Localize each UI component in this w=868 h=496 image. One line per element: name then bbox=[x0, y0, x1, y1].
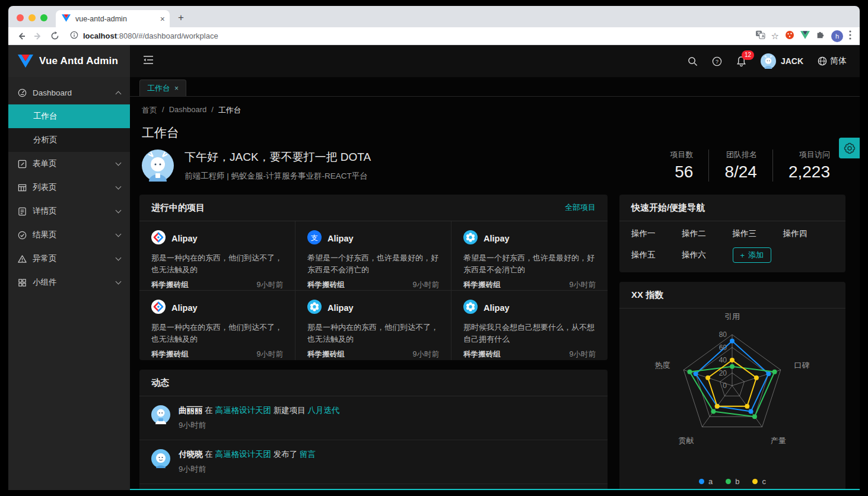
appstore-icon bbox=[18, 278, 27, 287]
project-card[interactable]: Alipay那时候我只会想自己想要什么，从不想自己拥有什么科学搬砖组9小时前 bbox=[452, 291, 608, 360]
antd-logo-icon bbox=[151, 230, 166, 247]
activity-avatar bbox=[151, 449, 170, 475]
back-icon[interactable] bbox=[14, 29, 28, 43]
bookmark-star-icon[interactable]: ☆ bbox=[771, 31, 779, 42]
maximize-window-button[interactable] bbox=[40, 14, 47, 21]
svg-text:80: 80 bbox=[719, 330, 727, 339]
activity-group-link[interactable]: 高逼格设计天团 bbox=[215, 450, 272, 459]
activity-group-link[interactable]: 高逼格设计天团 bbox=[215, 406, 272, 415]
project-desc: 那是一种内在的东西，他们到达不了，也无法触及的 bbox=[151, 252, 283, 276]
sidebar-item-widgets[interactable]: 小组件 bbox=[8, 271, 130, 294]
project-group-link[interactable]: 科学搬砖组 bbox=[463, 349, 501, 360]
project-desc: 那是一种内在的东西，他们到达不了，也无法触及的 bbox=[151, 322, 283, 345]
extensions-puzzle-icon[interactable] bbox=[816, 30, 825, 42]
project-group-link[interactable]: 科学搬砖组 bbox=[151, 280, 189, 290]
notifications-bell-icon[interactable]: 12 bbox=[736, 56, 746, 66]
svg-text:0: 0 bbox=[723, 381, 727, 390]
activity-target-link[interactable]: 八月迭代 bbox=[308, 406, 340, 415]
quicknav-link[interactable]: 操作三 bbox=[733, 228, 783, 239]
page-tab-close-icon[interactable]: × bbox=[174, 84, 179, 93]
quicknav-link[interactable]: 操作四 bbox=[783, 228, 834, 239]
browser-toolbar: localhost:8080/#/dashboard/workplace ☆ h bbox=[8, 27, 860, 45]
reload-icon[interactable] bbox=[47, 29, 62, 43]
activity-target-link[interactable]: 留言 bbox=[300, 450, 316, 459]
radar-chart: 020406080引用口碑产量贡献热度 abc bbox=[619, 309, 845, 490]
url-host: localhost bbox=[83, 31, 117, 40]
sidebar-item-details[interactable]: 详情页 bbox=[8, 199, 130, 223]
vue-devtools-icon[interactable] bbox=[800, 31, 810, 42]
sidebar-item-dashboard[interactable]: Dashboard bbox=[8, 81, 130, 104]
project-name[interactable]: Alipay bbox=[328, 234, 354, 243]
project-name[interactable]: Alipay bbox=[484, 303, 510, 313]
sidebar-item-forms[interactable]: 表单页 bbox=[8, 152, 130, 176]
browser-profile-avatar[interactable]: h bbox=[831, 30, 843, 42]
project-name[interactable]: Alipay bbox=[171, 234, 198, 243]
welcome-block: 下午好，JACK，要不要打一把 DOTA 前端工程师 | 蚂蚁金服-计算服务事业… bbox=[130, 141, 860, 195]
activity-user[interactable]: 曲丽丽 bbox=[179, 406, 203, 415]
sidebar-item-analysis[interactable]: 分析页 bbox=[8, 128, 130, 152]
app-logo[interactable]: Vue Antd Admin bbox=[8, 45, 130, 77]
translate-icon[interactable] bbox=[755, 30, 765, 42]
project-card[interactable]: Alipay那是一种内在的东西，他们到达不了，也无法触及的科学搬砖组9小时前 bbox=[139, 291, 295, 360]
profile-icon bbox=[18, 207, 27, 216]
url-path: :8080/#/dashboard/workplace bbox=[117, 31, 218, 40]
breadcrumb: 首页 / Dashboard / 工作台 bbox=[130, 97, 860, 116]
antd-logo-icon bbox=[151, 300, 166, 316]
quicknav-links: 操作一 操作二 操作三 操作四 操作五 操作六 +添加 bbox=[619, 221, 845, 272]
add-button[interactable]: +添加 bbox=[733, 247, 772, 263]
project-card[interactable]: 支Alipay希望是一个好东西，也许是最好的，好东西是不会消亡的科学搬砖组9小时… bbox=[295, 221, 452, 291]
project-time: 9小时前 bbox=[257, 349, 283, 360]
legend-item-c[interactable]: c bbox=[752, 477, 766, 486]
sidebar-item-workplace[interactable]: 工作台 bbox=[8, 104, 130, 128]
project-group-link[interactable]: 科学搬砖组 bbox=[307, 280, 345, 290]
legend-item-a[interactable]: a bbox=[699, 477, 713, 486]
quicknav-link[interactable]: 操作五 bbox=[631, 250, 682, 260]
legend-item-b[interactable]: b bbox=[726, 477, 739, 486]
minimize-window-button[interactable] bbox=[28, 14, 36, 21]
new-tab-button[interactable]: + bbox=[170, 12, 192, 27]
project-name[interactable]: Alipay bbox=[328, 303, 354, 313]
close-window-button[interactable] bbox=[17, 14, 24, 21]
svg-text:60: 60 bbox=[719, 344, 727, 352]
project-card[interactable]: Alipay希望是一个好东西，也许是最好的，好东西是不会消亡的科学搬砖组9小时前 bbox=[452, 221, 608, 291]
search-icon[interactable] bbox=[688, 56, 698, 66]
chevron-down-icon bbox=[116, 160, 122, 166]
form-icon bbox=[18, 160, 27, 168]
sidebar-item-exceptions[interactable]: 异常页 bbox=[8, 247, 130, 271]
greeting-text: 下午好，JACK，要不要打一把 DOTA bbox=[185, 150, 654, 165]
browser-tab[interactable]: vue-antd-admin × bbox=[56, 10, 170, 27]
project-name[interactable]: Alipay bbox=[484, 234, 510, 243]
page-tab-workplace[interactable]: 工作台 × bbox=[139, 80, 186, 96]
sidebar-item-lists[interactable]: 列表页 bbox=[8, 176, 130, 199]
settings-button[interactable] bbox=[839, 138, 860, 158]
project-name[interactable]: Alipay bbox=[171, 303, 198, 313]
quicknav-link[interactable]: 操作六 bbox=[682, 250, 732, 260]
project-time: 9小时前 bbox=[570, 349, 596, 360]
project-time: 9小时前 bbox=[413, 280, 439, 290]
project-card[interactable]: Alipay那是一种内在的东西，他们到达不了，也无法触及的科学搬砖组9小时前 bbox=[295, 291, 452, 360]
svg-text:?: ? bbox=[716, 58, 718, 64]
address-bar[interactable]: localhost:8080/#/dashboard/workplace bbox=[64, 31, 753, 41]
tab-close-icon[interactable]: × bbox=[160, 14, 165, 24]
breadcrumb-home[interactable]: 首页 bbox=[142, 105, 157, 116]
menu-fold-icon[interactable] bbox=[143, 55, 154, 67]
language-switcher[interactable]: 简体 bbox=[818, 56, 847, 66]
user-menu[interactable]: JACK bbox=[761, 53, 803, 69]
sidebar-item-results[interactable]: 结果页 bbox=[8, 223, 130, 247]
activity-user[interactable]: 付晓晓 bbox=[179, 450, 203, 459]
project-card[interactable]: Alipay那是一种内在的东西，他们到达不了，也无法触及的科学搬砖组9小时前 bbox=[139, 221, 295, 291]
forward-icon[interactable] bbox=[31, 29, 45, 43]
chrome-menu-icon[interactable] bbox=[849, 30, 851, 42]
project-group-link[interactable]: 科学搬砖组 bbox=[463, 280, 501, 290]
quicknav-link[interactable]: 操作一 bbox=[631, 228, 682, 239]
extension-orange-icon[interactable] bbox=[785, 30, 794, 42]
all-projects-link[interactable]: 全部项目 bbox=[565, 202, 596, 213]
project-group-link[interactable]: 科学搬砖组 bbox=[151, 349, 189, 360]
breadcrumb-dashboard[interactable]: Dashboard bbox=[169, 105, 207, 116]
quicknav-link[interactable]: 操作二 bbox=[682, 228, 732, 239]
page-info-icon[interactable] bbox=[70, 31, 78, 41]
browser-window: vue-antd-admin × + localhost:8080/#/dash… bbox=[8, 6, 860, 490]
project-group-link[interactable]: 科学搬砖组 bbox=[307, 349, 345, 360]
page-tabs-bar: 工作台 × bbox=[130, 77, 860, 97]
help-icon[interactable]: ? bbox=[712, 56, 722, 66]
